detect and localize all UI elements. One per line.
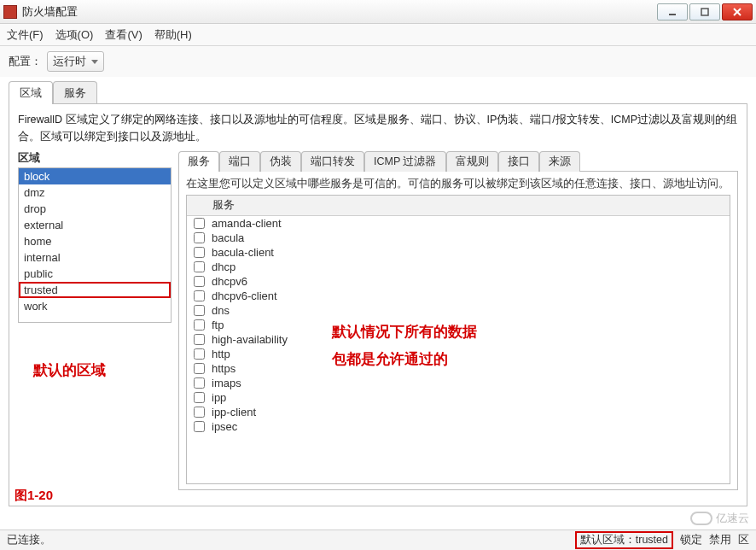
zones-panel: FirewallD 区域定义了绑定的网络连接、接口以及源地址的可信程度。区域是服…	[9, 103, 747, 506]
zone-item-dmz[interactable]: dmz	[19, 184, 171, 201]
service-name: bacula-client	[212, 246, 274, 259]
status-connected: 已连接。	[7, 533, 51, 547]
service-name: bacula	[212, 231, 244, 244]
zone-item-work[interactable]: work	[19, 298, 171, 314]
zone-item-external[interactable]: external	[19, 217, 171, 233]
menu-file[interactable]: 文件(F)	[7, 27, 44, 43]
service-name: ipp	[212, 391, 226, 404]
chevron-down-icon	[91, 60, 98, 64]
service-row[interactable]: dhcp	[187, 260, 730, 274]
config-value: 运行时	[53, 54, 86, 69]
toolbar: 配置： 运行时	[0, 46, 756, 77]
service-checkbox[interactable]	[194, 348, 205, 360]
service-name: amanda-client	[212, 217, 282, 230]
outer-tabs: 区域 服务	[9, 80, 747, 103]
service-checkbox[interactable]	[194, 407, 205, 418]
service-checkbox[interactable]	[194, 377, 205, 389]
services-column-header: 服务	[187, 196, 730, 216]
inner-tabs: 服务 端口 伪装 端口转发 ICMP 过滤器 富规则 接口 来源	[178, 150, 738, 171]
service-name: dhcpv6	[212, 275, 247, 288]
app-icon	[3, 5, 17, 19]
service-name: imaps	[212, 377, 241, 389]
service-row[interactable]: ipp	[187, 390, 730, 405]
zones-description: FirewallD 区域定义了绑定的网络连接、接口以及源地址的可信程度。区域是服…	[18, 111, 738, 145]
annotation-default-zone: 默认的区域	[33, 360, 172, 380]
service-checkbox[interactable]	[194, 290, 205, 301]
menu-view[interactable]: 查看(V)	[105, 27, 142, 43]
titlebar: 防火墙配置	[0, 0, 756, 24]
zone-item-public[interactable]: public	[19, 266, 171, 282]
zone-item-block[interactable]: block	[19, 168, 171, 184]
tab-inner-services[interactable]: 服务	[178, 151, 219, 172]
service-row[interactable]: amanda-client	[187, 216, 730, 231]
svg-rect-1	[701, 9, 708, 15]
service-name: dhcp	[212, 260, 236, 273]
statusbar: 已连接。 默认区域：trusted 锁定 禁用 区	[0, 530, 756, 550]
service-checkbox[interactable]	[194, 276, 205, 287]
service-row[interactable]: dns	[187, 303, 730, 318]
status-disable: 禁用	[709, 533, 731, 547]
service-name: dns	[212, 304, 230, 317]
service-row[interactable]: https	[187, 361, 730, 376]
service-row[interactable]: high-availability	[187, 332, 730, 347]
services-panel: 在这里您可以定义区域中哪些服务是可信的。可信的服务可以被绑定到该区域的任意连接、…	[178, 171, 738, 490]
service-checkbox[interactable]	[194, 261, 205, 272]
service-name: high-availability	[212, 333, 288, 346]
zone-item-drop[interactable]: drop	[19, 201, 171, 217]
tab-inner-port-forward[interactable]: 端口转发	[301, 151, 364, 172]
service-row[interactable]: bacula-client	[187, 245, 730, 260]
minimize-button[interactable]	[657, 3, 688, 20]
tab-services[interactable]: 服务	[53, 81, 97, 104]
service-name: ftp	[212, 319, 224, 331]
service-name: ipp-client	[212, 406, 256, 418]
service-row[interactable]: http	[187, 347, 730, 361]
tab-inner-masquerade[interactable]: 伪装	[260, 151, 301, 172]
service-row[interactable]: dhcpv6	[187, 274, 730, 289]
services-table: 服务 默认情况下所有的数据 包都是允许通过的 amanda-clientbacu…	[186, 195, 730, 484]
figure-label: 图1-20	[15, 488, 53, 504]
zone-list-header: 区域	[18, 150, 172, 166]
config-label: 配置：	[9, 54, 42, 69]
service-row[interactable]: imaps	[187, 376, 730, 390]
service-row[interactable]: ipsec	[187, 419, 730, 434]
service-name: https	[212, 362, 236, 375]
config-dropdown[interactable]: 运行时	[47, 51, 104, 72]
menu-help[interactable]: 帮助(H)	[154, 27, 192, 43]
service-checkbox[interactable]	[194, 305, 205, 316]
menu-options[interactable]: 选项(O)	[55, 27, 94, 43]
menubar: 文件(F) 选项(O) 查看(V) 帮助(H)	[0, 24, 756, 46]
service-row[interactable]: dhcpv6-client	[187, 289, 730, 303]
tab-inner-interfaces[interactable]: 接口	[498, 151, 539, 172]
window-title: 防火墙配置	[22, 4, 78, 20]
service-row[interactable]: ftp	[187, 318, 730, 332]
cloud-icon	[690, 512, 712, 525]
tab-inner-ports[interactable]: 端口	[219, 151, 260, 172]
service-checkbox[interactable]	[194, 218, 205, 229]
zone-item-home[interactable]: home	[19, 233, 171, 249]
service-checkbox[interactable]	[194, 319, 205, 331]
service-checkbox[interactable]	[194, 421, 205, 432]
service-name: ipsec	[212, 420, 237, 433]
status-default-zone: 默认区域：trusted	[575, 531, 673, 549]
status-extra: 区	[738, 533, 749, 547]
tab-inner-rich-rules[interactable]: 富规则	[446, 151, 498, 172]
tab-inner-sources[interactable]: 来源	[539, 151, 580, 172]
zone-list: blockdmzdropexternalhomeinternalpublictr…	[18, 167, 172, 323]
service-checkbox[interactable]	[194, 363, 205, 374]
tab-inner-icmp-filter[interactable]: ICMP 过滤器	[364, 151, 446, 172]
zone-item-internal[interactable]: internal	[19, 249, 171, 266]
service-checkbox[interactable]	[194, 232, 205, 243]
close-button[interactable]	[722, 3, 753, 20]
service-row[interactable]: ipp-client	[187, 405, 730, 419]
service-checkbox[interactable]	[194, 334, 205, 345]
tab-zones[interactable]: 区域	[9, 81, 53, 104]
services-body[interactable]: 默认情况下所有的数据 包都是允许通过的 amanda-clientbaculab…	[187, 216, 730, 483]
service-name: dhcpv6-client	[212, 290, 277, 302]
service-checkbox[interactable]	[194, 247, 205, 258]
maximize-button[interactable]	[689, 3, 720, 20]
services-description: 在这里您可以定义区域中哪些服务是可信的。可信的服务可以被绑定到该区域的任意连接、…	[186, 177, 730, 191]
watermark: 亿速云	[690, 511, 749, 526]
service-checkbox[interactable]	[194, 392, 205, 403]
service-row[interactable]: bacula	[187, 231, 730, 245]
zone-item-trusted[interactable]: trusted	[19, 282, 171, 298]
